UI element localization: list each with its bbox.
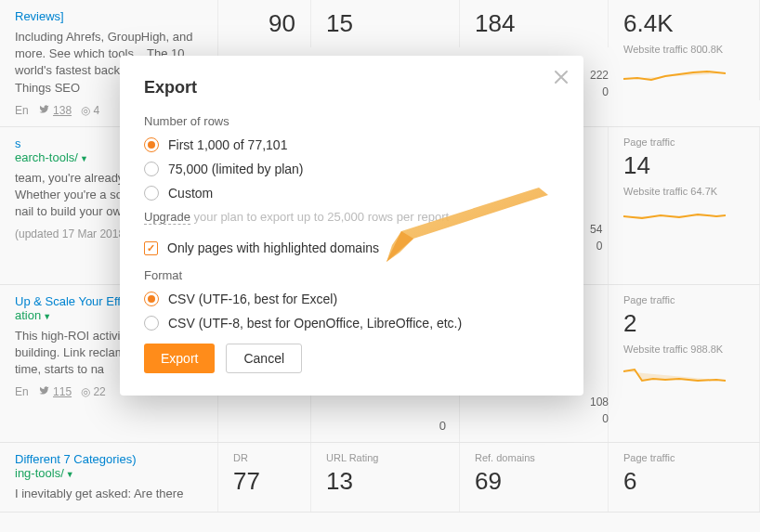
format-label: Format <box>144 268 559 282</box>
dropdown-caret-icon[interactable]: ▼ <box>43 312 51 321</box>
traffic-sub: Website traffic 988.8K <box>623 344 744 355</box>
lang-label: En <box>15 104 29 117</box>
upgrade-hint: Upgrade your plan to export up to 25,000… <box>144 210 559 224</box>
radio-icon[interactable] <box>144 316 159 331</box>
traffic-cell: Page traffic 6 <box>609 443 760 512</box>
pinterest-icon: ◎ 22 <box>81 385 106 398</box>
radio-label: CSV (UTF-8, best for OpenOffice, LibreOf… <box>168 316 462 331</box>
dr-cell: DR 77 <box>218 443 311 512</box>
traffic-label: Page traffic <box>623 452 744 463</box>
lang-label: En <box>15 385 29 398</box>
radio-label: 75,000 (limited by plan) <box>168 162 304 176</box>
rows-radio-custom[interactable]: Custom <box>144 186 559 201</box>
twitter-icon: 138 <box>38 104 72 117</box>
traffic-sub: Website traffic 800.8K <box>623 44 744 55</box>
ur-cell: URL Rating 13 <box>311 443 460 512</box>
refd-cell: Ref. domains 69 <box>460 443 609 512</box>
traffic-label: Page traffic <box>623 294 744 305</box>
highlighted-checkbox-row[interactable]: Only pages with highlighted domains <box>144 240 559 255</box>
result-title-frag[interactable]: Reviews] <box>15 9 203 23</box>
checkbox-label: Only pages with highlighted domains <box>167 240 379 255</box>
dr-label: DR <box>233 452 295 463</box>
format-section: Format CSV (UTF-16, best for Excel) CSV … <box>144 268 559 331</box>
upgrade-link[interactable]: Upgrade <box>144 210 190 225</box>
traffic-label: Page traffic <box>623 136 744 148</box>
tw-count: 115 <box>53 385 72 398</box>
radio-label: Custom <box>168 186 213 201</box>
modal-title: Export <box>144 78 559 97</box>
close-icon[interactable] <box>552 69 570 87</box>
sparkline <box>623 60 726 88</box>
button-row: Export Cancel <box>144 344 559 373</box>
highlighted-only-section: Only pages with highlighted domains <box>144 240 559 255</box>
format-radio-utf16[interactable]: CSV (UTF-16, best for Excel) <box>144 292 559 306</box>
radio-icon[interactable] <box>144 186 159 201</box>
refd-value: 184 <box>475 9 593 38</box>
tw-count: 138 <box>53 104 72 117</box>
refd-label: Ref. domains <box>475 452 593 463</box>
traffic-cell: Page traffic 2 Website traffic 988.8K <box>609 285 760 442</box>
sparkline <box>623 202 726 230</box>
format-radio-utf8[interactable]: CSV (UTF-8, best for OpenOffice, LibreOf… <box>144 316 559 331</box>
dr-value: 90 <box>233 9 295 38</box>
radio-icon[interactable] <box>144 137 159 152</box>
result-url[interactable]: ing-tools/▼ <box>15 466 203 480</box>
radio-icon[interactable] <box>144 162 159 176</box>
ur-label: URL Rating <box>326 452 444 463</box>
date-label: (updated 17 Mar 2018) <box>15 227 128 240</box>
result-cell: Different 7 Categories) ing-tools/▼ I in… <box>0 443 218 512</box>
traffic-value: 6.4K <box>623 9 744 38</box>
dropdown-caret-icon[interactable]: ▼ <box>80 154 88 163</box>
pinterest-icon: ◎ 4 <box>81 104 99 117</box>
dropdown-caret-icon[interactable]: ▼ <box>66 470 74 479</box>
ur-value: 15 <box>326 9 444 38</box>
export-modal: Export Number of rows First 1,000 of 77,… <box>120 56 583 396</box>
twitter-icon: 115 <box>38 385 72 398</box>
refd-cell: 184 222 0 <box>460 0 609 47</box>
rows-radio-first[interactable]: First 1,000 of 77,101 <box>144 137 559 152</box>
radio-label: First 1,000 of 77,101 <box>168 137 287 152</box>
dr-value: 77 <box>233 467 295 496</box>
ur-value: 13 <box>326 467 444 496</box>
result-snippet: I inevitably get asked: Are there <box>15 486 203 502</box>
cancel-button[interactable]: Cancel <box>226 344 302 373</box>
traffic-cell: Page traffic 14 Website traffic 64.7K <box>609 127 760 284</box>
traffic-sub: Website traffic 64.7K <box>623 186 744 197</box>
checkbox-icon[interactable] <box>144 241 158 255</box>
rows-section: Number of rows First 1,000 of 77,101 75,… <box>144 114 559 224</box>
zero-val: 0 <box>439 419 446 433</box>
sparkline <box>623 360 726 388</box>
dr-cell: 90 <box>218 0 311 47</box>
traffic-value: 6 <box>623 467 744 496</box>
table-row: Different 7 Categories) ing-tools/▼ I in… <box>0 443 760 513</box>
traffic-cell: 6.4K Website traffic 800.8K <box>609 0 760 100</box>
export-button[interactable]: Export <box>144 344 215 373</box>
result-title-frag[interactable]: Different 7 Categories) <box>15 452 203 466</box>
side-numbers: 222 0 <box>590 67 609 100</box>
ur-cell: 15 <box>311 0 460 47</box>
traffic-value: 2 <box>623 309 744 338</box>
rows-radio-plan[interactable]: 75,000 (limited by plan) <box>144 162 559 176</box>
radio-label: CSV (UTF-16, best for Excel) <box>168 292 337 306</box>
refd-value: 69 <box>475 467 593 496</box>
rows-label: Number of rows <box>144 114 559 128</box>
traffic-value: 14 <box>623 151 744 180</box>
radio-icon[interactable] <box>144 292 159 306</box>
